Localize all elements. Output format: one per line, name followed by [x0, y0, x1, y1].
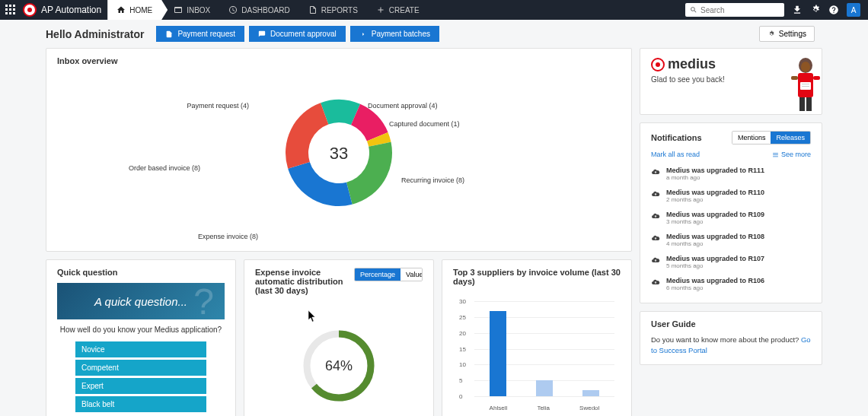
- nav-reports[interactable]: REPORTS: [299, 0, 367, 20]
- svg-rect-14: [791, 76, 798, 80]
- notification-item[interactable]: Medius was upgraded to R111a month ago: [651, 163, 811, 185]
- dist-toggle-percentage[interactable]: Percentage: [355, 268, 400, 281]
- svg-rect-0: [5, 5, 8, 7]
- svg-rect-6: [5, 12, 8, 14]
- cloud-upload-icon: [651, 256, 660, 265]
- question-banner: A quick question...: [57, 283, 225, 319]
- answer-novice[interactable]: Novice: [75, 341, 206, 357]
- welcome-card: medius Glad to see you back!: [640, 48, 822, 115]
- nav-inbox[interactable]: INBOX: [164, 0, 219, 20]
- payment-request-button[interactable]: Payment request: [156, 26, 244, 42]
- card-title: Notifications: [651, 133, 702, 142]
- answer-black-belt[interactable]: Black belt: [75, 396, 206, 412]
- y-axis-tick: 20: [459, 329, 466, 336]
- mark-all-read-link[interactable]: Mark all as read: [651, 151, 700, 158]
- user-guide-card: User Guide Do you want to know more abou…: [640, 311, 822, 365]
- document-approval-button[interactable]: Document approval: [249, 26, 346, 42]
- svg-rect-1: [9, 5, 11, 7]
- question-text: How well do you know your Medius applica…: [57, 325, 225, 334]
- person-illustration: [787, 56, 822, 111]
- brand-logo-icon: [23, 3, 37, 17]
- svg-rect-3: [5, 8, 8, 11]
- bar-ahlsell: [490, 311, 506, 397]
- settings-button[interactable]: Settings: [759, 26, 815, 42]
- bar-telia: [536, 380, 553, 396]
- search-field[interactable]: [700, 6, 780, 14]
- see-more-link[interactable]: See more: [772, 151, 811, 158]
- card-title: Inbox overview: [57, 56, 621, 65]
- svg-rect-5: [13, 8, 15, 11]
- answer-competent[interactable]: Competent: [75, 360, 206, 376]
- dist-toggle-value[interactable]: Value: [400, 268, 423, 281]
- cloud-upload-icon: [651, 167, 660, 176]
- gauge-value: 64%: [325, 358, 353, 374]
- nav-home[interactable]: HOME: [107, 0, 168, 20]
- top-suppliers-card: Top 3 suppliers by invoice volume (last …: [442, 259, 632, 416]
- bar-swedol: [582, 390, 599, 396]
- gear-icon[interactable]: [810, 5, 821, 15]
- card-title: Quick question: [57, 268, 225, 277]
- y-axis-tick: 25: [459, 313, 466, 320]
- cloud-upload-icon: [651, 278, 660, 287]
- svg-rect-20: [806, 97, 812, 111]
- y-axis-tick: 10: [459, 361, 466, 368]
- brand-logo-icon: [651, 58, 665, 71]
- y-axis-tick: 5: [459, 377, 462, 384]
- svg-rect-17: [802, 84, 809, 84]
- quick-question-card: Quick question A quick question... How w…: [46, 259, 236, 416]
- notifications-card: Notifications MentionsReleases Mark all …: [640, 122, 822, 303]
- donut-total: 33: [330, 144, 348, 164]
- nav-dashboard[interactable]: DASHBOARD: [219, 0, 298, 20]
- app-title: AP Automation: [41, 5, 101, 15]
- x-axis-label: Ahlsell: [490, 405, 508, 411]
- notification-item[interactable]: Medius was upgraded to R1075 months ago: [651, 251, 811, 273]
- donut-segment-label: Document approval (4): [368, 102, 438, 110]
- search-input[interactable]: [685, 3, 784, 17]
- user-avatar[interactable]: A: [847, 3, 860, 17]
- notification-item[interactable]: Medius was upgraded to R1066 months ago: [651, 273, 811, 295]
- notification-item[interactable]: Medius was upgraded to R1084 months ago: [651, 229, 811, 251]
- notif-tab-releases[interactable]: Releases: [771, 132, 810, 144]
- y-axis-tick: 15: [459, 345, 466, 352]
- x-axis-label: Swedol: [579, 405, 599, 411]
- download-icon[interactable]: [792, 5, 803, 15]
- brand-name: medius: [668, 56, 716, 72]
- cloud-upload-icon: [651, 233, 660, 243]
- notif-tab-mentions[interactable]: Mentions: [732, 132, 771, 144]
- card-title: Expense invoice automatic distribution (…: [255, 268, 354, 295]
- svg-rect-18: [802, 86, 809, 87]
- x-axis-label: Telia: [537, 405, 549, 411]
- suppliers-bar-chart: 302520151050AhlsellTeliaSwedol: [453, 301, 621, 411]
- card-title: Top 3 suppliers by invoice volume (last …: [453, 268, 621, 286]
- svg-point-12: [801, 62, 810, 72]
- y-axis-tick: 30: [459, 298, 466, 305]
- inbox-overview-card: Inbox overview 33 Payment request (4)Doc…: [46, 48, 632, 252]
- nav-create[interactable]: CREATE: [367, 0, 429, 20]
- cloud-upload-icon: [651, 211, 660, 221]
- svg-rect-4: [9, 8, 11, 11]
- expense-distribution-card: Expense invoice automatic distribution (…: [244, 259, 434, 416]
- donut-segment-label: Expense invoice (8): [198, 233, 258, 240]
- help-icon[interactable]: [828, 5, 839, 15]
- svg-rect-15: [813, 76, 820, 80]
- notification-item[interactable]: Medius was upgraded to R1102 months ago: [651, 185, 811, 207]
- card-title: User Guide: [651, 319, 811, 329]
- notification-item[interactable]: Medius was upgraded to R1093 months ago: [651, 207, 811, 229]
- payment-batches-button[interactable]: Payment batches: [350, 26, 439, 42]
- donut-segment-label: Order based invoice (8): [129, 164, 200, 172]
- greeting-text: Hello Administrator: [46, 28, 144, 40]
- y-axis-tick: 0: [459, 393, 462, 400]
- donut-segment-label: Captured document (1): [389, 120, 460, 128]
- svg-rect-7: [9, 12, 11, 14]
- svg-rect-8: [13, 12, 15, 14]
- apps-grid-icon[interactable]: [0, 5, 21, 15]
- cloud-upload-icon: [651, 189, 660, 198]
- answer-expert[interactable]: Expert: [75, 378, 206, 394]
- donut-segment-label: Payment request (4): [187, 102, 249, 110]
- svg-rect-2: [13, 5, 15, 7]
- user-guide-text: Do you want to know more about the produ…: [651, 335, 811, 357]
- donut-segment-label: Recurring invoice (8): [401, 176, 464, 184]
- svg-rect-19: [799, 97, 805, 111]
